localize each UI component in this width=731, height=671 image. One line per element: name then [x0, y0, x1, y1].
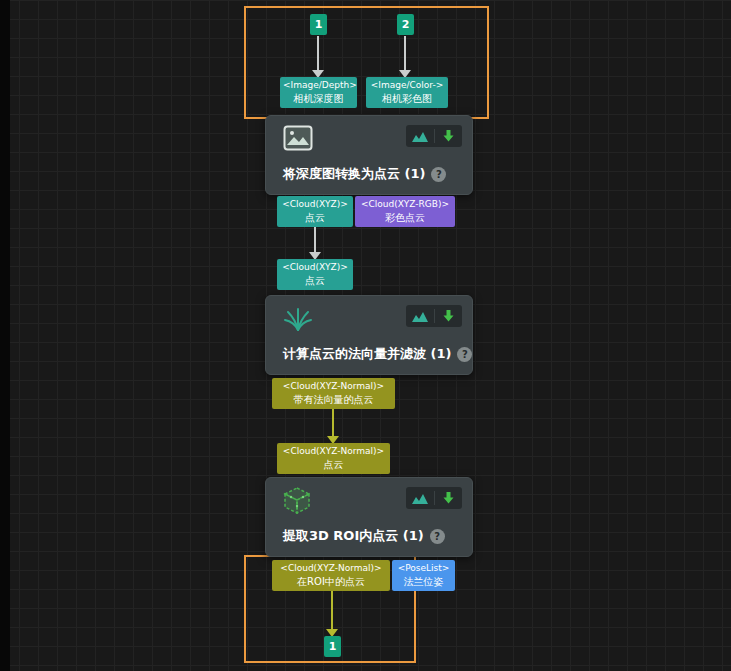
grass-icon	[283, 305, 313, 335]
sink-marker-1[interactable]: 1	[324, 636, 341, 657]
port-type: <Cloud(XYZ-Normal)>	[275, 381, 392, 393]
visualize-icon	[411, 310, 429, 323]
port-name: 带有法向量的点云	[275, 393, 392, 406]
port-name: 点云	[280, 458, 387, 471]
source-marker-1[interactable]: 1	[310, 14, 327, 35]
port-type: <Cloud(XYZ-Normal)>	[280, 446, 387, 458]
port-name: 相机彩色图	[369, 92, 445, 105]
run-arrow-icon	[442, 491, 455, 505]
port-name: 相机深度图	[283, 92, 354, 105]
visualize-button[interactable]	[409, 306, 431, 326]
port-cloud-rgb-out[interactable]: <Cloud(XYZ-RGB)> 彩色点云	[355, 196, 455, 227]
visualize-button[interactable]	[409, 126, 431, 146]
node-toolbar	[406, 125, 462, 147]
left-edge	[0, 0, 10, 671]
node-title: 提取3D ROI内点云 (1)	[283, 527, 424, 545]
port-camera-depth[interactable]: <Image/Depth> 相机深度图	[280, 77, 357, 108]
connection-source2-color[interactable]	[404, 36, 406, 70]
connection-cloud-to-normals[interactable]	[314, 226, 316, 252]
visualize-button[interactable]	[409, 488, 431, 508]
port-cloud-xyz-in[interactable]: <Cloud(XYZ)> 点云	[277, 259, 353, 290]
connection-normals-to-roi[interactable]	[332, 408, 334, 436]
visualize-icon	[411, 130, 429, 143]
port-camera-color[interactable]: <Image/Color-> 相机彩色图	[366, 77, 448, 108]
port-type: <Cloud(XYZ-RGB)>	[358, 199, 452, 211]
port-type: <Cloud(XYZ)>	[280, 262, 350, 274]
visualize-icon	[411, 492, 429, 505]
toolbar-divider	[434, 129, 435, 143]
node-extract-roi[interactable]: 提取3D ROI内点云 (1) ?	[265, 477, 473, 557]
run-arrow-icon	[442, 309, 455, 323]
node-graph-canvas[interactable]: 1 2 <Image/Depth> 相机深度图 <Image/Color-> 相…	[0, 0, 731, 671]
port-type: <PoseList>	[395, 563, 452, 575]
run-to-here-button[interactable]	[437, 306, 459, 326]
help-badge[interactable]: ?	[430, 529, 445, 544]
help-badge[interactable]: ?	[431, 167, 446, 182]
help-badge[interactable]: ?	[457, 347, 472, 362]
node-toolbar	[406, 305, 462, 327]
node-toolbar	[406, 487, 462, 509]
port-cloud-roi-out[interactable]: <Cloud(XYZ-Normal)> 在ROI中的点云	[272, 560, 390, 591]
run-to-here-button[interactable]	[437, 488, 459, 508]
port-name: 点云	[280, 211, 350, 224]
port-type: <Image/Depth>	[283, 80, 354, 92]
image-icon	[283, 125, 313, 155]
port-cloud-normal-out[interactable]: <Cloud(XYZ-Normal)> 带有法向量的点云	[272, 378, 395, 409]
port-name: 彩色点云	[358, 211, 452, 224]
port-cloud-normal-in[interactable]: <Cloud(XYZ-Normal)> 点云	[277, 443, 390, 474]
run-to-here-button[interactable]	[437, 126, 459, 146]
toolbar-divider	[434, 309, 435, 323]
node-title: 将深度图转换为点云 (1)	[283, 165, 425, 183]
port-pose-list-out[interactable]: <PoseList> 法兰位姿	[392, 560, 455, 591]
node-title: 计算点云的法向量并滤波 (1)	[283, 345, 451, 363]
port-name: 法兰位姿	[395, 575, 452, 588]
cube-icon	[283, 487, 311, 518]
source-marker-2[interactable]: 2	[397, 14, 414, 35]
port-type: <Cloud(XYZ)>	[280, 199, 350, 211]
port-cloud-xyz-out[interactable]: <Cloud(XYZ)> 点云	[277, 196, 353, 227]
connection-source1-depth[interactable]	[317, 36, 319, 70]
port-type: <Image/Color->	[369, 80, 445, 92]
node-depth-to-cloud[interactable]: 将深度图转换为点云 (1) ?	[265, 115, 473, 195]
node-compute-normals[interactable]: 计算点云的法向量并滤波 (1) ?	[265, 295, 473, 375]
toolbar-divider	[434, 491, 435, 505]
port-type: <Cloud(XYZ-Normal)>	[275, 563, 387, 575]
port-name: 点云	[280, 274, 350, 287]
run-arrow-icon	[442, 129, 455, 143]
port-name: 在ROI中的点云	[275, 575, 387, 588]
connection-roi-to-sink[interactable]	[331, 590, 333, 629]
